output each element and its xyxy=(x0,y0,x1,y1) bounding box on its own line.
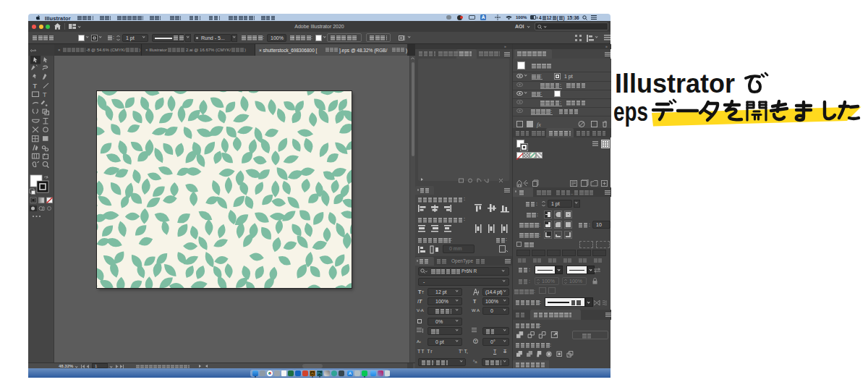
svg-text:fx: fx xyxy=(537,122,541,128)
svg-text:eps: eps xyxy=(613,97,648,127)
svg-text:Illustrator: Illustrator xyxy=(615,69,735,98)
svg-text:T: T xyxy=(43,91,47,98)
svg-text:T: T xyxy=(33,82,38,90)
